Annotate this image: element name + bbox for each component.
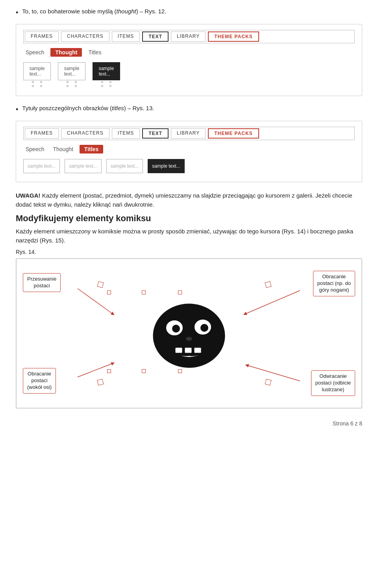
tab-characters-2[interactable]: Characters (61, 128, 109, 139)
dots-1a (32, 81, 42, 87)
rys14-label: Rys. 14. (16, 249, 362, 255)
tab-characters-1[interactable]: Characters (61, 31, 109, 42)
tab-items-1[interactable]: Items (112, 31, 140, 42)
svg-rect-9 (175, 348, 182, 353)
tab-themepacks-1[interactable]: Theme Packs (208, 31, 259, 42)
label-obracanie-left: Obracaniepostaci(wokół osi) (23, 368, 56, 394)
label-odwracanie: Odwracaniepostaci (odbicielustrzane) (311, 370, 355, 396)
subtab-thought-1[interactable]: Thought (50, 48, 82, 57)
italic-titles: titles (112, 105, 124, 111)
svg-point-6 (172, 325, 180, 333)
page-footer: Strona 6 z 8 (16, 420, 362, 427)
sub-tabs-rys13: Speech Thought Titles (23, 145, 355, 153)
sample-boxes-rys12: sampletext... sampletext... sampletext..… (23, 62, 355, 87)
bullet-text-2: Tytuły poszczególnych obrazków (titles) … (22, 105, 154, 111)
svg-line-1 (245, 290, 300, 314)
rotate-handle-tl (97, 281, 104, 288)
section-paragraph: Każdy element umieszczony w komiksie moż… (16, 227, 362, 245)
subtab-titles-1[interactable]: Titles (86, 48, 104, 56)
uwaga-text: Każdy element (postać, przedmiot, dymek)… (16, 192, 352, 208)
tab-frames-2[interactable]: Frames (25, 128, 59, 139)
bullet-text-1: To, to, co bohaterowie sobie myślą (thou… (22, 8, 166, 15)
svg-point-12 (186, 337, 192, 341)
tab-themepacks-2[interactable]: Theme Packs (208, 128, 259, 139)
tab-frames-1[interactable]: Frames (25, 31, 59, 42)
bullet-item-1: • To, to, co bohaterowie sobie myślą (th… (16, 8, 362, 17)
resize-handle-tl (107, 290, 111, 294)
subtab-speech-1[interactable]: Speech (23, 48, 46, 56)
subtab-titles-2[interactable]: Titles (80, 145, 103, 153)
character-figure (144, 292, 234, 371)
sub-tabs-rys12: Speech Thought Titles (23, 48, 355, 57)
toolbar-rys12: Frames Characters Items Text Library The… (23, 30, 355, 43)
footer-text: Strona 6 z 8 (333, 420, 363, 427)
tab-library-1[interactable]: Library (171, 31, 206, 42)
resize-handle-bl (107, 369, 111, 373)
sample-wrap-1: sampletext... (23, 62, 51, 87)
rotate-handle-br (265, 379, 271, 385)
italic-thought: thought (117, 8, 136, 15)
diagram-rys13: Frames Characters Items Text Library The… (16, 121, 362, 182)
tab-text-1[interactable]: Text (142, 31, 169, 42)
label-przesuwanie: Przesuwaniepostaci (23, 273, 61, 292)
dots-1b (67, 81, 77, 87)
sample-box-2c: sample text... (106, 159, 143, 173)
sample-box-2d: sample text... (148, 159, 184, 173)
sample-box-1b: sampletext... (58, 62, 85, 80)
svg-rect-11 (194, 348, 201, 353)
svg-point-8 (200, 324, 208, 332)
subtab-speech-2[interactable]: Speech (23, 145, 46, 153)
rotate-handle-bl (97, 379, 104, 385)
svg-rect-10 (185, 348, 192, 353)
subtab-thought-2[interactable]: Thought (50, 145, 75, 153)
bullet-dot-1: • (16, 9, 18, 17)
rys14-container: Przesuwaniepostaci Obracaniepostaci (np.… (16, 259, 362, 408)
label-obracanie-top: Obracaniepostaci (np. dogóry nogami) (313, 271, 355, 296)
tab-text-2[interactable]: Text (142, 128, 169, 139)
sample-box-2b: sample text... (65, 159, 101, 173)
sample-wrap-2: sampletext... (58, 62, 85, 87)
section-title: Modyfikujemy elementy komiksu (16, 213, 362, 224)
dots-1c (101, 81, 111, 87)
sample-box-2a: sample text... (23, 159, 60, 173)
uwaga-label: UWAGA! (16, 192, 41, 199)
bullet-dot-2: • (16, 105, 18, 114)
sample-wrap-3: sampletext... (93, 62, 120, 87)
sample-box-1c: sampletext... (93, 62, 120, 80)
svg-line-3 (247, 365, 300, 381)
diagram-rys14: Przesuwaniepostaci Obracaniepostaci (np.… (16, 258, 362, 409)
sample-boxes-rys13: sample text... sample text... sample tex… (23, 159, 355, 173)
sample-box-1a: sampletext... (23, 62, 51, 80)
tab-library-2[interactable]: Library (171, 128, 206, 139)
tab-items-2[interactable]: Items (112, 128, 140, 139)
uwaga-paragraph: UWAGA! Każdy element (postać, przedmiot,… (16, 191, 362, 209)
diagram-rys12: Frames Characters Items Text Library The… (16, 24, 362, 96)
toolbar-rys13: Frames Characters Items Text Library The… (23, 127, 355, 140)
rotate-handle-tr (265, 281, 271, 288)
bullet-item-2: • Tytuły poszczególnych obrazków (titles… (16, 105, 362, 114)
